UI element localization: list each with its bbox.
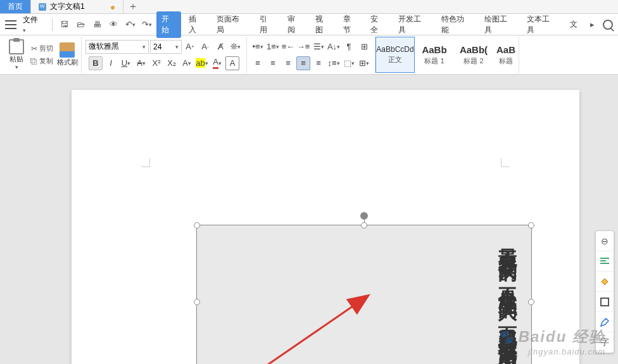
print-icon[interactable]: 🖶 (92, 20, 103, 30)
menu-start[interactable]: 开始 (156, 11, 182, 38)
align-justify-button[interactable]: ≡ (296, 56, 310, 70)
fill-button[interactable] (596, 272, 614, 292)
textbox-content[interactable]: 最不容易受伤的，不是最坚强的人，而是那些最坦诚面对自己的人。 (205, 233, 524, 364)
align-right-button[interactable]: ≡ (281, 56, 295, 70)
underline-button[interactable]: U▾ (119, 56, 133, 70)
subscript-button[interactable]: X₂ (165, 56, 179, 70)
text-effects-button[interactable]: A▾ (180, 56, 194, 70)
show-marks-button[interactable]: ¶ (342, 40, 356, 54)
shading-button[interactable]: ⬚▾ (342, 56, 356, 70)
file-menu[interactable]: 文件 ▾ (23, 15, 43, 34)
svg-rect-2 (600, 260, 606, 261)
paragraph-group: •≡▾ 1≡▾ ≡← →≡ ☰▾ A↓▾ ¶ ⊞ ≡ ≡ ≡ ≡ ≡ ↕≡▾ ⬚… (247, 37, 375, 73)
menu-more[interactable]: 文 (565, 16, 583, 32)
word-doc-icon (39, 3, 46, 11)
menu-dev-tools[interactable]: 开发工具 (393, 11, 434, 38)
numbering-button[interactable]: 1≡▾ (266, 40, 280, 54)
separator (52, 18, 53, 31)
margin-marker-icon (501, 158, 510, 167)
document-tab-label: 文字文稿1 (50, 1, 85, 12)
text-box[interactable]: 最不容易受伤的，不是最坚强的人，而是那些最坦诚面对自己的人。 (196, 225, 532, 364)
wrap-text-button[interactable] (596, 251, 614, 272)
document-tab[interactable]: 文字文稿1 ● (31, 0, 123, 13)
border-button[interactable]: ⊞ (357, 40, 371, 54)
superscript-button[interactable]: X² (149, 56, 163, 70)
font-color-button[interactable]: A▾ (210, 56, 224, 70)
bold-button[interactable]: B (89, 56, 103, 70)
svg-rect-3 (600, 263, 609, 264)
menu-text-tools[interactable]: 文本工具 (522, 11, 562, 38)
add-tab-button[interactable]: ＋ (123, 0, 142, 13)
align-center-button[interactable]: ≡ (266, 56, 280, 70)
unsaved-indicator-icon: ● (110, 2, 115, 12)
clipboard-icon (9, 39, 24, 54)
bullets-button[interactable]: •≡▾ (251, 40, 265, 54)
styles-group: AaBbCcDd 正文 AaBb 标题 1 AaBb( 标题 2 AaB 标题 (375, 37, 519, 73)
menu-review[interactable]: 审阅 (282, 11, 308, 38)
resize-handle-n[interactable] (361, 222, 367, 229)
style-heading1[interactable]: AaBb 标题 1 (415, 37, 454, 73)
brush-icon (60, 42, 75, 58)
menu-special[interactable]: 特色功能 (436, 11, 477, 38)
highlight-button[interactable]: ab▾ (195, 56, 209, 70)
decrease-font-icon[interactable]: A- (198, 40, 212, 54)
preview-icon[interactable]: 👁 (109, 20, 119, 30)
phonetic-icon[interactable]: ❊▾ (229, 40, 243, 54)
style-heading2[interactable]: AaBb( 标题 2 (454, 37, 493, 73)
cut-button[interactable]: ✂剪切 (31, 43, 53, 54)
svg-rect-4 (601, 298, 609, 306)
resize-handle-w[interactable] (194, 299, 200, 305)
copy-icon: ⿻ (30, 58, 37, 65)
menu-draw-tools[interactable]: 绘图工具 (479, 11, 520, 38)
strikethrough-button[interactable]: A▾ (134, 56, 148, 70)
undo-icon[interactable]: ↶▾ (125, 20, 136, 30)
search-icon[interactable] (603, 20, 613, 30)
document-area: 最不容易受伤的，不是最坚强的人，而是那些最坦诚面对自己的人。 ⊞ ⊖ 字 🐾Ba… (0, 75, 618, 364)
menu-page-layout[interactable]: 页面布局 (211, 11, 252, 38)
format-painter-button[interactable]: 格式刷 (56, 37, 79, 73)
font-name-select[interactable]: 微软雅黑▾ (85, 40, 149, 54)
text-settings-button[interactable]: 字 (596, 332, 614, 353)
clipboard-group: 粘贴▾ ✂剪切 ⿻复制 格式刷 (3, 37, 82, 73)
menu-security[interactable]: 安全 (365, 11, 391, 38)
borders-button[interactable]: ⊞▾ (357, 56, 371, 70)
font-group: 微软雅黑▾ 24▾ A+ A- A̸ ❊▾ B I U▾ A▾ X² X₂ A▾… (82, 37, 247, 73)
italic-button[interactable]: I (104, 56, 118, 70)
ribbon: 粘贴▾ ✂剪切 ⿻复制 格式刷 微软雅黑▾ 24▾ A+ A- A̸ ❊▾ B … (0, 35, 618, 75)
clear-format-icon[interactable]: A̸ (213, 40, 227, 54)
save-icon[interactable]: 🖫 (60, 20, 70, 30)
menu-chapter[interactable]: 章节 (338, 11, 363, 38)
textbox-container: 最不容易受伤的，不是最坚强的人，而是那些最坦诚面对自己的人。 ⊞ (196, 225, 532, 364)
style-normal[interactable]: AaBbCcDd 正文 (375, 37, 415, 73)
redo-icon[interactable]: ↷▾ (142, 20, 152, 30)
font-size-select[interactable]: 24▾ (150, 40, 182, 54)
char-border-button[interactable]: A (225, 56, 239, 70)
margin-marker-icon (141, 158, 150, 167)
line-spacing-button[interactable]: ↕≡▾ (327, 56, 341, 70)
menu-insert[interactable]: 插入 (184, 11, 209, 38)
resize-handle-nw[interactable] (194, 222, 200, 229)
distribute-button[interactable]: ≡ (312, 56, 325, 70)
indent-left-button[interactable]: ≡← (281, 40, 295, 54)
export-icon[interactable]: 🗁 (76, 20, 86, 30)
floating-toolbar: ⊖ 字 (595, 230, 614, 353)
outline-button[interactable] (596, 292, 614, 312)
scroll-right-icon[interactable]: ▸ (587, 20, 597, 30)
paste-button[interactable]: 粘贴▾ (5, 37, 28, 73)
copy-button[interactable]: ⿻复制 (30, 56, 53, 67)
pen-button[interactable] (596, 312, 614, 332)
resize-handle-e[interactable] (528, 299, 534, 305)
home-tab[interactable]: 首页 (0, 0, 31, 13)
menu-references[interactable]: 引用 (255, 11, 280, 38)
align-left-button[interactable]: ≡ (251, 56, 265, 70)
resize-handle-ne[interactable] (528, 222, 534, 229)
indent-right-button[interactable]: →≡ (296, 40, 310, 54)
style-heading3[interactable]: AaB 标题 (493, 37, 519, 73)
increase-font-icon[interactable]: A+ (183, 40, 197, 54)
zoom-out-button[interactable]: ⊖ (596, 231, 614, 251)
text-direction-button[interactable]: ☰▾ (312, 40, 325, 54)
sort-button[interactable]: A↓▾ (327, 40, 341, 54)
hamburger-icon[interactable] (5, 20, 16, 29)
menu-view[interactable]: 视图 (310, 11, 336, 38)
menu-bar: 文件 ▾ 🖫 🗁 🖶 👁 ↶▾ ↷▾ 开始 插入 页面布局 引用 审阅 视图 章… (0, 14, 618, 35)
